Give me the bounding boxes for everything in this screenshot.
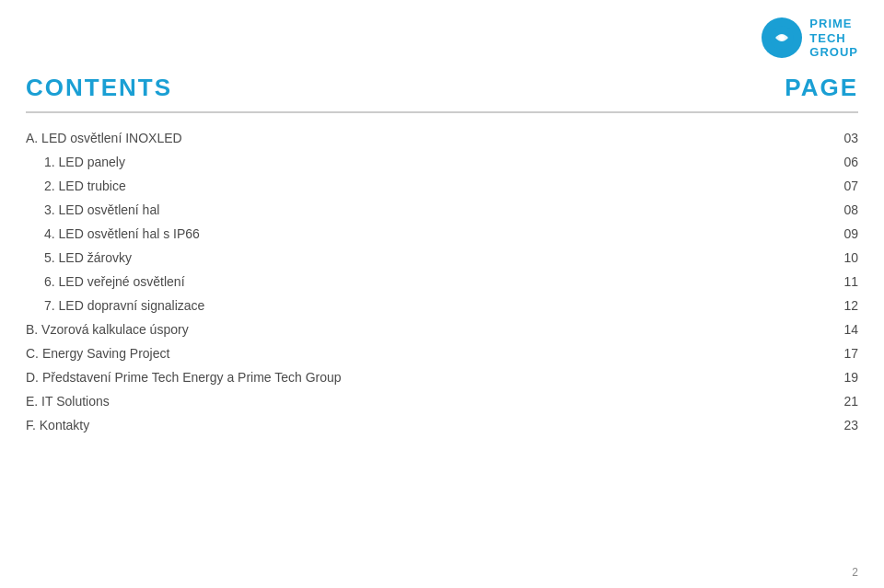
- toc-item-label: F. Kontakty: [26, 418, 89, 432]
- toc-item: F. Kontakty23: [26, 413, 858, 437]
- toc-item-page: 09: [831, 226, 858, 241]
- footer-page-number: 2: [852, 566, 858, 579]
- toc-item-page: 17: [831, 346, 858, 361]
- logo-tech: TECH: [809, 31, 858, 46]
- toc-item-label: 5. LED žárovky: [26, 250, 132, 265]
- toc-item-label: 1. LED panely: [26, 155, 125, 169]
- toc-item: 4. LED osvětlení hal s IP6609: [26, 222, 858, 246]
- toc-item-page: 19: [831, 370, 858, 385]
- toc-item: A. LED osvětlení INOXLED03: [26, 126, 858, 150]
- logo-icon: [762, 17, 802, 58]
- toc-item-page: 07: [831, 179, 858, 193]
- toc-item-page: 06: [831, 155, 858, 169]
- toc-item-label: 4. LED osvětlení hal s IP66: [26, 226, 200, 241]
- logo-group: GROUP: [809, 45, 858, 60]
- toc-item: C. Energy Saving Project17: [26, 341, 858, 365]
- logo-prime: PRIME: [809, 17, 858, 31]
- toc-item-label: 3. LED osvětlení hal: [26, 202, 159, 217]
- toc-item: D. Představení Prime Tech Energy a Prime…: [26, 365, 858, 389]
- toc-item-page: 10: [831, 250, 858, 265]
- toc-item-page: 11: [831, 274, 858, 289]
- contents-title: CONTENTS: [26, 74, 172, 102]
- toc-item: 2. LED trubice07: [26, 174, 858, 198]
- toc-item-label: 7. LED dopravní signalizace: [26, 298, 204, 313]
- toc-item-label: C. Energy Saving Project: [26, 346, 169, 361]
- toc-header: CONTENTS PAGE: [26, 74, 858, 113]
- page-title: PAGE: [785, 74, 858, 102]
- toc-item: 6. LED veřejné osvětlení11: [26, 270, 858, 294]
- toc-item: 1. LED panely06: [26, 150, 858, 174]
- toc-item-label: B. Vzorová kalkulace úspory: [26, 322, 189, 337]
- toc-item-page: 08: [831, 202, 858, 217]
- toc-item: 7. LED dopravní signalizace12: [26, 294, 858, 317]
- toc-item-page: 21: [831, 394, 858, 409]
- toc-item-page: 03: [831, 131, 858, 145]
- toc-list: A. LED osvětlení INOXLED03 1. LED panely…: [26, 126, 858, 437]
- toc-item-label: D. Představení Prime Tech Energy a Prime…: [26, 370, 342, 385]
- toc-item-page: 12: [831, 298, 858, 313]
- toc-item-label: A. LED osvětlení INOXLED: [26, 131, 182, 145]
- toc-item: 3. LED osvětlení hal08: [26, 198, 858, 222]
- toc-item-page: 14: [831, 322, 858, 337]
- toc-item: 5. LED žárovky10: [26, 246, 858, 270]
- main-content: CONTENTS PAGE A. LED osvětlení INOXLED03…: [26, 74, 858, 560]
- toc-item: E. IT Solutions21: [26, 389, 858, 413]
- svg-point-1: [779, 35, 785, 40]
- toc-item-label: E. IT Solutions: [26, 394, 110, 409]
- logo: PRIME TECH GROUP: [762, 17, 858, 60]
- toc-item-page: 23: [831, 418, 858, 432]
- toc-item-label: 6. LED veřejné osvětlení: [26, 274, 185, 289]
- logo-text: PRIME TECH GROUP: [809, 17, 858, 60]
- toc-item-label: 2. LED trubice: [26, 179, 126, 193]
- toc-item: B. Vzorová kalkulace úspory14: [26, 317, 858, 341]
